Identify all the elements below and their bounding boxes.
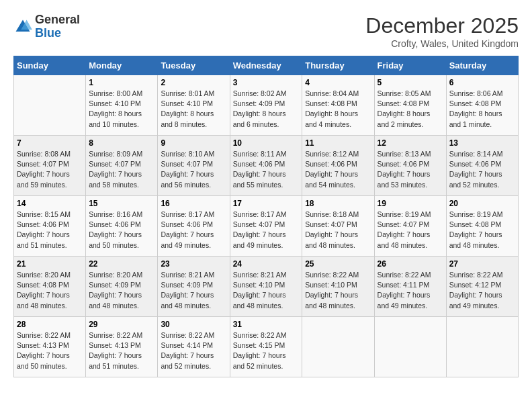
calendar-cell: 30Sunrise: 8:22 AM Sunset: 4:14 PM Dayli… xyxy=(158,317,230,377)
day-number: 9 xyxy=(161,138,226,148)
day-info: Sunrise: 8:19 AM Sunset: 4:08 PM Dayligh… xyxy=(449,210,515,250)
logo: General Blue xyxy=(13,13,80,40)
logo-blue-text: Blue xyxy=(35,26,61,40)
calendar-cell: 15Sunrise: 8:16 AM Sunset: 4:06 PM Dayli… xyxy=(86,196,158,257)
day-number: 22 xyxy=(89,259,154,269)
day-number: 23 xyxy=(161,259,226,269)
day-info: Sunrise: 8:16 AM Sunset: 4:06 PM Dayligh… xyxy=(89,210,154,250)
day-number: 5 xyxy=(378,78,443,87)
day-info: Sunrise: 8:21 AM Sunset: 4:09 PM Dayligh… xyxy=(161,270,226,311)
day-number: 1 xyxy=(89,78,154,87)
day-number: 29 xyxy=(89,320,154,329)
day-number: 18 xyxy=(305,199,371,208)
calendar-cell: 21Sunrise: 8:20 AM Sunset: 4:08 PM Dayli… xyxy=(14,257,86,317)
day-info: Sunrise: 8:15 AM Sunset: 4:06 PM Dayligh… xyxy=(17,210,83,250)
day-info: Sunrise: 8:04 AM Sunset: 4:08 PM Dayligh… xyxy=(305,89,371,130)
day-info: Sunrise: 8:17 AM Sunset: 4:06 PM Dayligh… xyxy=(161,210,226,250)
calendar-cell: 29Sunrise: 8:22 AM Sunset: 4:13 PM Dayli… xyxy=(86,317,158,377)
calendar-cell xyxy=(374,317,446,377)
day-info: Sunrise: 8:22 AM Sunset: 4:15 PM Dayligh… xyxy=(233,330,300,371)
month-title: December 2025 xyxy=(365,13,519,38)
calendar-cell: 12Sunrise: 8:13 AM Sunset: 4:06 PM Dayli… xyxy=(374,136,446,196)
day-info: Sunrise: 8:21 AM Sunset: 4:10 PM Dayligh… xyxy=(233,270,300,311)
day-info: Sunrise: 8:22 AM Sunset: 4:13 PM Dayligh… xyxy=(17,330,83,371)
logo-icon xyxy=(13,17,32,36)
day-number: 11 xyxy=(305,138,371,148)
day-info: Sunrise: 8:09 AM Sunset: 4:07 PM Dayligh… xyxy=(89,149,154,190)
calendar-cell: 7Sunrise: 8:08 AM Sunset: 4:07 PM Daylig… xyxy=(14,136,86,196)
calendar-cell: 8Sunrise: 8:09 AM Sunset: 4:07 PM Daylig… xyxy=(86,136,158,196)
day-info: Sunrise: 8:01 AM Sunset: 4:10 PM Dayligh… xyxy=(161,89,226,130)
calendar-week-row: 7Sunrise: 8:08 AM Sunset: 4:07 PM Daylig… xyxy=(14,136,519,196)
day-info: Sunrise: 8:11 AM Sunset: 4:06 PM Dayligh… xyxy=(233,149,300,190)
day-info: Sunrise: 8:12 AM Sunset: 4:06 PM Dayligh… xyxy=(305,149,371,190)
calendar-week-row: 1Sunrise: 8:00 AM Sunset: 4:10 PM Daylig… xyxy=(14,75,519,136)
day-number: 16 xyxy=(161,199,226,208)
day-info: Sunrise: 8:00 AM Sunset: 4:10 PM Dayligh… xyxy=(89,89,154,130)
day-number: 2 xyxy=(161,78,226,87)
day-info: Sunrise: 8:14 AM Sunset: 4:06 PM Dayligh… xyxy=(449,149,515,190)
calendar-cell: 18Sunrise: 8:18 AM Sunset: 4:07 PM Dayli… xyxy=(302,196,374,257)
calendar-table: SundayMondayTuesdayWednesdayThursdayFrid… xyxy=(13,56,519,377)
day-number: 8 xyxy=(89,138,154,148)
day-number: 31 xyxy=(233,320,300,329)
day-info: Sunrise: 8:05 AM Sunset: 4:08 PM Dayligh… xyxy=(378,89,443,130)
weekday-header-wednesday: Wednesday xyxy=(230,56,302,75)
weekday-header-monday: Monday xyxy=(86,56,158,75)
calendar-cell: 17Sunrise: 8:17 AM Sunset: 4:07 PM Dayli… xyxy=(230,196,302,257)
calendar-cell: 22Sunrise: 8:20 AM Sunset: 4:09 PM Dayli… xyxy=(86,257,158,317)
day-info: Sunrise: 8:19 AM Sunset: 4:07 PM Dayligh… xyxy=(378,210,443,250)
day-number: 17 xyxy=(233,199,300,208)
calendar-cell: 25Sunrise: 8:22 AM Sunset: 4:10 PM Dayli… xyxy=(302,257,374,317)
day-number: 14 xyxy=(17,199,83,208)
day-number: 30 xyxy=(161,320,226,329)
day-info: Sunrise: 8:20 AM Sunset: 4:08 PM Dayligh… xyxy=(17,270,83,311)
weekday-header-tuesday: Tuesday xyxy=(158,56,230,75)
calendar-cell: 26Sunrise: 8:22 AM Sunset: 4:11 PM Dayli… xyxy=(374,257,446,317)
day-info: Sunrise: 8:08 AM Sunset: 4:07 PM Dayligh… xyxy=(17,149,83,190)
day-info: Sunrise: 8:13 AM Sunset: 4:06 PM Dayligh… xyxy=(378,149,443,190)
day-info: Sunrise: 8:22 AM Sunset: 4:10 PM Dayligh… xyxy=(305,270,371,311)
calendar-cell: 31Sunrise: 8:22 AM Sunset: 4:15 PM Dayli… xyxy=(230,317,302,377)
page-header: General Blue December 2025 Crofty, Wales… xyxy=(13,13,519,49)
day-info: Sunrise: 8:18 AM Sunset: 4:07 PM Dayligh… xyxy=(305,210,371,250)
day-number: 27 xyxy=(449,259,515,269)
day-number: 3 xyxy=(233,78,300,87)
calendar-cell: 28Sunrise: 8:22 AM Sunset: 4:13 PM Dayli… xyxy=(14,317,86,377)
day-info: Sunrise: 8:22 AM Sunset: 4:13 PM Dayligh… xyxy=(89,330,154,371)
location-text: Crofty, Wales, United Kingdom xyxy=(365,38,519,49)
calendar-week-row: 28Sunrise: 8:22 AM Sunset: 4:13 PM Dayli… xyxy=(14,317,519,377)
day-number: 12 xyxy=(378,138,443,148)
calendar-cell: 14Sunrise: 8:15 AM Sunset: 4:06 PM Dayli… xyxy=(14,196,86,257)
calendar-cell: 6Sunrise: 8:06 AM Sunset: 4:08 PM Daylig… xyxy=(446,75,518,136)
weekday-header-saturday: Saturday xyxy=(446,56,518,75)
calendar-cell: 23Sunrise: 8:21 AM Sunset: 4:09 PM Dayli… xyxy=(158,257,230,317)
day-number: 28 xyxy=(17,320,83,329)
day-number: 24 xyxy=(233,259,300,269)
calendar-cell: 16Sunrise: 8:17 AM Sunset: 4:06 PM Dayli… xyxy=(158,196,230,257)
calendar-cell: 24Sunrise: 8:21 AM Sunset: 4:10 PM Dayli… xyxy=(230,257,302,317)
calendar-cell: 5Sunrise: 8:05 AM Sunset: 4:08 PM Daylig… xyxy=(374,75,446,136)
day-number: 15 xyxy=(89,199,154,208)
calendar-week-row: 21Sunrise: 8:20 AM Sunset: 4:08 PM Dayli… xyxy=(14,257,519,317)
day-number: 21 xyxy=(17,259,83,269)
day-info: Sunrise: 8:10 AM Sunset: 4:07 PM Dayligh… xyxy=(161,149,226,190)
calendar-cell: 4Sunrise: 8:04 AM Sunset: 4:08 PM Daylig… xyxy=(302,75,374,136)
day-info: Sunrise: 8:22 AM Sunset: 4:11 PM Dayligh… xyxy=(378,270,443,311)
weekday-header-sunday: Sunday xyxy=(14,56,86,75)
calendar-cell xyxy=(446,317,518,377)
day-number: 7 xyxy=(17,138,83,148)
day-info: Sunrise: 8:17 AM Sunset: 4:07 PM Dayligh… xyxy=(233,210,300,250)
day-info: Sunrise: 8:20 AM Sunset: 4:09 PM Dayligh… xyxy=(89,270,154,311)
day-info: Sunrise: 8:22 AM Sunset: 4:14 PM Dayligh… xyxy=(161,330,226,371)
calendar-cell: 9Sunrise: 8:10 AM Sunset: 4:07 PM Daylig… xyxy=(158,136,230,196)
day-number: 19 xyxy=(378,199,443,208)
day-number: 25 xyxy=(305,259,371,269)
day-number: 20 xyxy=(449,199,515,208)
weekday-header-friday: Friday xyxy=(374,56,446,75)
day-number: 13 xyxy=(449,138,515,148)
calendar-cell: 19Sunrise: 8:19 AM Sunset: 4:07 PM Dayli… xyxy=(374,196,446,257)
day-info: Sunrise: 8:06 AM Sunset: 4:08 PM Dayligh… xyxy=(449,89,515,130)
calendar-cell xyxy=(302,317,374,377)
calendar-cell: 2Sunrise: 8:01 AM Sunset: 4:10 PM Daylig… xyxy=(158,75,230,136)
